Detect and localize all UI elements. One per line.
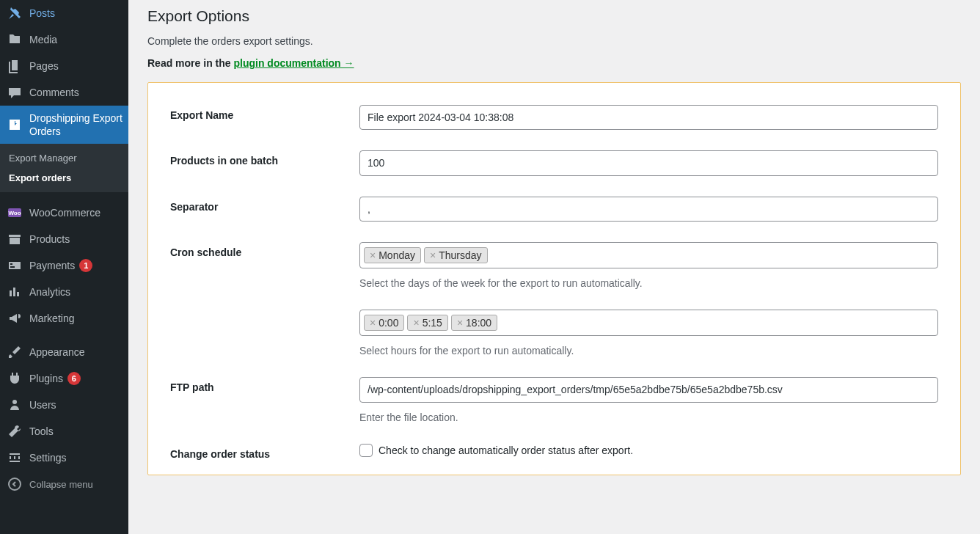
comment-icon: [7, 85, 22, 100]
tools-icon: [7, 424, 22, 439]
menu-label: Comments: [29, 86, 79, 99]
woo-icon: Woo: [7, 205, 22, 220]
cron-label: Cron schedule: [170, 242, 359, 258]
sidebar-item-woocommerce[interactable]: Woo WooCommerce: [0, 200, 128, 226]
sidebar-item-analytics[interactable]: Analytics: [0, 279, 128, 305]
menu-label: Analytics: [29, 285, 70, 299]
menu-label: Settings: [29, 451, 67, 464]
collapse-menu[interactable]: Collapse menu: [0, 471, 128, 497]
cron-days-input[interactable]: ×Monday ×Thursday: [359, 242, 938, 268]
ftp-label: FTP path: [170, 377, 359, 393]
separator-label: Separator: [170, 197, 359, 213]
users-icon: [7, 398, 22, 412]
export-icon: [7, 117, 22, 132]
plugin-documentation-link[interactable]: plugin documentation →: [233, 57, 354, 69]
cron-hours-label: [170, 310, 359, 314]
ftp-help: Enter the file location.: [359, 412, 938, 423]
plugin-icon: [7, 371, 22, 386]
menu-label: Plugins: [29, 372, 63, 385]
settings-panel: Export Name Products in one batch Separa…: [147, 82, 961, 475]
pages-icon: [7, 59, 22, 73]
sidebar-item-posts[interactable]: Posts: [0, 0, 128, 26]
menu-label: Appearance: [29, 345, 85, 359]
readmore-prefix: Read more in the: [147, 57, 233, 69]
cron-hour-tag: ×0:00: [364, 315, 404, 331]
sidebar-item-payments[interactable]: Payments 1: [0, 252, 128, 279]
menu-label: Users: [29, 398, 56, 412]
export-name-input[interactable]: [359, 105, 938, 130]
submenu-export-manager[interactable]: Export Manager: [0, 148, 128, 168]
batch-input[interactable]: [359, 150, 938, 175]
analytics-icon: [7, 285, 22, 299]
menu-label: Pages: [29, 59, 59, 73]
menu-label: Tools: [29, 425, 54, 438]
svg-point-0: [9, 478, 21, 490]
submenu-export-orders[interactable]: Export orders: [0, 168, 128, 188]
cron-hours-help: Select hours for the export to run autom…: [359, 345, 938, 356]
close-icon[interactable]: ×: [430, 249, 436, 261]
cron-day-tag: ×Thursday: [424, 247, 488, 263]
menu-label: Posts: [29, 7, 55, 20]
cron-day-tag: ×Monday: [364, 247, 421, 263]
badge: 1: [79, 259, 92, 272]
close-icon[interactable]: ×: [370, 317, 376, 329]
close-icon[interactable]: ×: [457, 317, 463, 329]
menu-label: Marketing: [29, 312, 74, 325]
sidebar-item-plugins[interactable]: Plugins 6: [0, 365, 128, 392]
media-icon: [7, 32, 22, 47]
sidebar-item-media[interactable]: Media: [0, 26, 128, 53]
pin-icon: [7, 6, 22, 21]
menu-label: Payments: [29, 259, 75, 272]
separator-input[interactable]: [359, 197, 938, 222]
collapse-label: Collapse menu: [29, 479, 93, 490]
admin-sidebar: Posts Media Pages Comments Dropshipping …: [0, 0, 128, 534]
batch-label: Products in one batch: [170, 150, 359, 167]
page-title: Export Options: [147, 7, 961, 25]
sidebar-item-products[interactable]: Products: [0, 226, 128, 252]
brush-icon: [7, 345, 22, 359]
settings-icon: [7, 450, 22, 465]
ftp-path-input[interactable]: [359, 377, 938, 402]
sidebar-item-dropshipping-export[interactable]: Dropshipping Export Orders: [0, 106, 128, 144]
sidebar-item-settings[interactable]: Settings: [0, 445, 128, 471]
sidebar-item-tools[interactable]: Tools: [0, 418, 128, 445]
readmore-line: Read more in the plugin documentation →: [147, 57, 961, 69]
archive-icon: [7, 232, 22, 246]
menu-label: Media: [29, 33, 57, 46]
close-icon[interactable]: ×: [413, 317, 419, 329]
sidebar-item-pages[interactable]: Pages: [0, 53, 128, 79]
payments-icon: [7, 258, 22, 273]
page-subtitle: Complete the orders export settings.: [147, 35, 961, 47]
change-status-checkbox[interactable]: [359, 444, 373, 457]
sidebar-item-appearance[interactable]: Appearance: [0, 339, 128, 365]
menu-label: Dropshipping Export Orders: [29, 111, 122, 138]
menu-label: Products: [29, 233, 70, 246]
sidebar-item-users[interactable]: Users: [0, 392, 128, 418]
change-status-label: Change order status: [170, 444, 359, 460]
sidebar-item-comments[interactable]: Comments: [0, 79, 128, 106]
sidebar-submenu: Export Manager Export orders: [0, 144, 128, 192]
collapse-icon: [7, 477, 22, 491]
sidebar-item-marketing[interactable]: Marketing: [0, 305, 128, 332]
cron-days-help: Select the days of the week for the expo…: [359, 277, 938, 289]
close-icon[interactable]: ×: [370, 249, 376, 261]
export-name-label: Export Name: [170, 105, 359, 121]
menu-label: WooCommerce: [29, 206, 100, 219]
cron-hour-tag: ×5:15: [407, 315, 447, 331]
change-status-checkbox-label: Check to change automatically order stat…: [379, 445, 633, 456]
badge: 6: [67, 372, 81, 385]
megaphone-icon: [7, 311, 22, 326]
main-content: Export Options Complete the orders expor…: [128, 0, 980, 534]
cron-hours-input[interactable]: ×0:00 ×5:15 ×18:00: [359, 310, 938, 336]
cron-hour-tag: ×18:00: [451, 315, 497, 331]
